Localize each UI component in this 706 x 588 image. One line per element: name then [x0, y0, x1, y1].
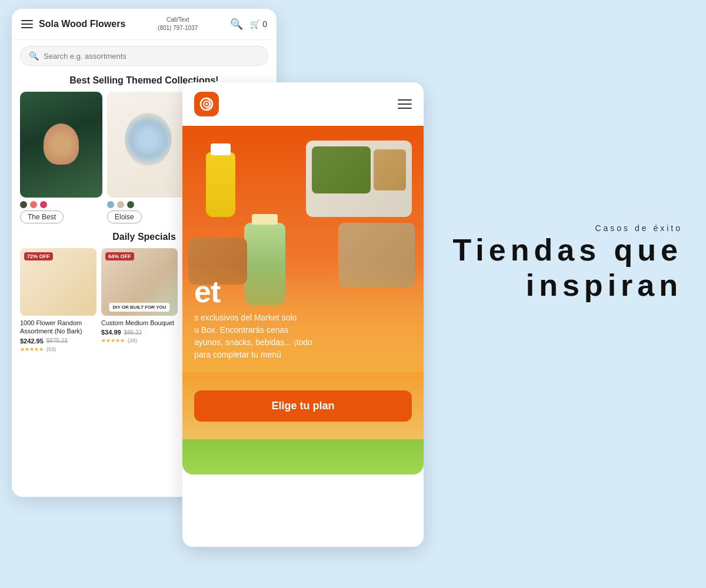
collection-item: The Best [20, 92, 102, 223]
search-magnifier-icon: 🔍 [29, 51, 39, 61]
collection-item: Eloise [107, 92, 189, 223]
heading: Tiendas que inspiran [453, 233, 682, 303]
collection-image-1 [20, 92, 102, 198]
market-logo-icon [199, 96, 214, 112]
market-hero-sub-text: s exclusivos del Market solo u Box. Enco… [194, 312, 412, 361]
flowers-header-right: 🔍 🛒 0 [230, 18, 267, 31]
flowers-header: Sola Wood Flowers Call/Text (801) 797-10… [12, 9, 277, 40]
current-price: $34.99 [101, 329, 121, 336]
product-name: 1000 Flower Random Assortment (No Bark) [20, 319, 96, 336]
collection-image-2 [107, 92, 189, 198]
elige-plan-button[interactable]: Elige tu plan [194, 390, 412, 422]
color-dot[interactable] [117, 201, 124, 208]
color-dots-2 [107, 198, 189, 211]
price-row: $242.95 $875.23 [20, 338, 96, 345]
hamburger-menu-icon[interactable] [21, 20, 33, 28]
contact-info: Call/Text (801) 797-1037 [158, 16, 198, 32]
juice-bottle [200, 143, 241, 220]
color-dot[interactable] [127, 201, 134, 208]
color-dot[interactable] [20, 201, 27, 208]
market-hero-big-text: et [194, 276, 412, 307]
review-count: (53) [46, 346, 56, 352]
color-dot[interactable] [107, 201, 114, 208]
product-image-2: 64% OFF DIY OR BUILT FOR YOU [101, 248, 178, 316]
review-count: (26) [128, 338, 137, 343]
search-bar[interactable]: 🔍 [20, 46, 268, 66]
original-price: $96.22 [124, 329, 142, 336]
brand-name: Sola Wood Flowers [39, 19, 125, 29]
product-item[interactable]: 72% OFF 1000 Flower Random Assortment (N… [20, 248, 96, 352]
search-icon[interactable]: 🔍 [230, 18, 243, 31]
price-row: $34.99 $96.22 [101, 329, 178, 336]
current-price: $242.95 [20, 338, 44, 345]
right-promo-text: Casos de éxito Tiendas que inspiran [453, 223, 682, 303]
color-dot[interactable] [40, 201, 47, 208]
rating-row: ★★★★★ (53) [20, 346, 96, 352]
flowers-header-left: Sola Wood Flowers [21, 19, 125, 29]
svg-point-2 [205, 103, 208, 105]
market-logo [194, 92, 219, 116]
collection-label-1[interactable]: The Best [20, 211, 64, 223]
food-tray [306, 141, 412, 217]
rating-row: ★★★★★ (26) [101, 338, 178, 343]
market-green-bottom [182, 439, 424, 475]
cart-button[interactable]: 🛒 0 [250, 19, 267, 29]
market-hero-text-overlay: et s exclusivos del Market solo u Box. E… [182, 265, 424, 373]
diy-badge: DIY OR BUILT FOR YOU [109, 303, 169, 312]
star-rating: ★★★★★ [101, 338, 125, 343]
market-card: et s exclusivos del Market solo u Box. E… [182, 82, 424, 547]
discount-badge: 64% OFF [105, 252, 134, 260]
search-input[interactable] [44, 52, 259, 61]
casos-label: Casos de éxito [453, 223, 682, 233]
market-cta-section: Elige tu plan [182, 373, 424, 439]
collection-label-2[interactable]: Eloise [107, 211, 142, 223]
product-item[interactable]: 64% OFF DIY OR BUILT FOR YOU Custom Medi… [101, 248, 178, 352]
market-hamburger-icon[interactable] [398, 99, 412, 109]
market-header [182, 82, 424, 126]
star-rating: ★★★★★ [20, 346, 44, 352]
product-name: Custom Medium Bouquet [101, 319, 178, 327]
market-hero: et s exclusivos del Market solo u Box. E… [182, 126, 424, 373]
discount-badge: 72% OFF [24, 252, 53, 260]
color-dot[interactable] [30, 201, 37, 208]
color-dots-1 [20, 198, 102, 211]
product-image-1: 72% OFF [20, 248, 96, 316]
original-price: $875.23 [46, 338, 68, 344]
cart-icon: 🛒 [250, 19, 260, 29]
